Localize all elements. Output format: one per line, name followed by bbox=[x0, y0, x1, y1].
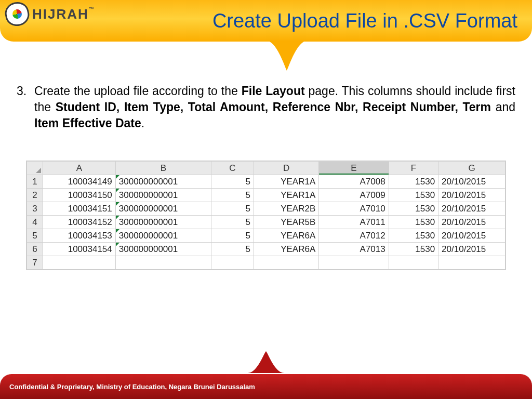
spreadsheet: A B C D E F G 11000341493000000000015YEA… bbox=[26, 161, 506, 270]
table-row: 7 bbox=[27, 256, 506, 270]
logo-text: HIJRAH™ bbox=[32, 6, 95, 22]
cell-A[interactable]: 100034154 bbox=[43, 243, 116, 256]
row-header[interactable]: 2 bbox=[27, 189, 43, 202]
cell-B[interactable]: 300000000001 bbox=[115, 175, 211, 189]
cell-C[interactable]: 5 bbox=[211, 189, 254, 202]
cell-D[interactable]: YEAR2B bbox=[254, 202, 318, 216]
col-header-F[interactable]: F bbox=[389, 162, 438, 175]
cell-B[interactable] bbox=[115, 256, 211, 270]
cell-E[interactable]: A7010 bbox=[319, 202, 389, 216]
cell-A[interactable]: 100034151 bbox=[43, 202, 116, 216]
top-banner: HIJRAH™ Create Upload File in .CSV Forma… bbox=[0, 0, 532, 42]
cell-F[interactable]: 1530 bbox=[389, 202, 438, 216]
cell-C[interactable]: 5 bbox=[211, 243, 254, 256]
col-header-D[interactable]: D bbox=[254, 162, 318, 175]
col-header-E[interactable]: E bbox=[319, 162, 389, 175]
footer-text: Confidential & Proprietary, Ministry of … bbox=[9, 383, 255, 391]
table-row: 31000341513000000000015YEAR2BA7010153020… bbox=[27, 202, 506, 216]
cell-C[interactable] bbox=[211, 256, 254, 270]
select-all-corner[interactable] bbox=[27, 162, 43, 175]
cell-F[interactable]: 1530 bbox=[389, 229, 438, 243]
cell-G[interactable] bbox=[438, 256, 506, 270]
cell-G[interactable]: 20/10/2015 bbox=[438, 175, 506, 189]
cell-A[interactable]: 100034153 bbox=[43, 229, 116, 243]
cell-D[interactable]: YEAR6A bbox=[254, 243, 318, 256]
logo-tm: ™ bbox=[89, 6, 95, 12]
cell-E[interactable]: A7011 bbox=[319, 216, 389, 229]
content-area: 3. Create the upload file according to t… bbox=[0, 42, 532, 270]
step-text: Create the upload file according to the … bbox=[34, 83, 515, 131]
footer-bar: Confidential & Proprietary, Ministry of … bbox=[0, 374, 532, 399]
table-row: 41000341523000000000015YEAR5BA7011153020… bbox=[27, 216, 506, 229]
cell-F[interactable]: 1530 bbox=[389, 216, 438, 229]
row-header[interactable]: 5 bbox=[27, 229, 43, 243]
col-header-A[interactable]: A bbox=[43, 162, 116, 175]
cell-G[interactable]: 20/10/2015 bbox=[438, 216, 506, 229]
cell-C[interactable]: 5 bbox=[211, 229, 254, 243]
footer-pointer-icon bbox=[248, 351, 284, 375]
cell-D[interactable] bbox=[254, 256, 318, 270]
cell-G[interactable]: 20/10/2015 bbox=[438, 243, 506, 256]
cell-G[interactable]: 20/10/2015 bbox=[438, 189, 506, 202]
cell-A[interactable] bbox=[43, 256, 116, 270]
cell-B[interactable]: 300000000001 bbox=[115, 229, 211, 243]
cell-A[interactable]: 100034149 bbox=[43, 175, 116, 189]
cell-E[interactable]: A7008 bbox=[319, 175, 389, 189]
cell-G[interactable]: 20/10/2015 bbox=[438, 202, 506, 216]
cell-B[interactable]: 300000000001 bbox=[115, 216, 211, 229]
table-row: 21000341503000000000015YEAR1AA7009153020… bbox=[27, 189, 506, 202]
cell-G[interactable]: 20/10/2015 bbox=[438, 229, 506, 243]
cell-D[interactable]: YEAR1A bbox=[254, 175, 318, 189]
col-header-B[interactable]: B bbox=[115, 162, 211, 175]
cell-F[interactable]: 1530 bbox=[389, 175, 438, 189]
cell-C[interactable]: 5 bbox=[211, 175, 254, 189]
col-header-G[interactable]: G bbox=[438, 162, 506, 175]
cell-F[interactable] bbox=[389, 256, 438, 270]
step-number: 3. bbox=[17, 83, 34, 131]
cell-C[interactable]: 5 bbox=[211, 202, 254, 216]
hijrah-globe-icon bbox=[3, 0, 32, 28]
logo: HIJRAH™ bbox=[5, 2, 95, 26]
row-header[interactable]: 4 bbox=[27, 216, 43, 229]
cell-E[interactable] bbox=[319, 256, 389, 270]
spreadsheet-table: A B C D E F G 11000341493000000000015YEA… bbox=[26, 161, 506, 270]
cell-E[interactable]: A7009 bbox=[319, 189, 389, 202]
table-row: 61000341543000000000015YEAR6AA7013153020… bbox=[27, 243, 506, 256]
table-row: 51000341533000000000015YEAR6AA7012153020… bbox=[27, 229, 506, 243]
cell-C[interactable]: 5 bbox=[211, 216, 254, 229]
cell-E[interactable]: A7012 bbox=[319, 229, 389, 243]
row-header[interactable]: 7 bbox=[27, 256, 43, 270]
row-header[interactable]: 1 bbox=[27, 175, 43, 189]
column-header-row: A B C D E F G bbox=[27, 162, 506, 175]
cell-B[interactable]: 300000000001 bbox=[115, 189, 211, 202]
cell-D[interactable]: YEAR5B bbox=[254, 216, 318, 229]
logo-label: HIJRAH bbox=[32, 6, 89, 22]
cell-A[interactable]: 100034152 bbox=[43, 216, 116, 229]
row-header[interactable]: 6 bbox=[27, 243, 43, 256]
cell-D[interactable]: YEAR6A bbox=[254, 229, 318, 243]
cell-F[interactable]: 1530 bbox=[389, 189, 438, 202]
cell-D[interactable]: YEAR1A bbox=[254, 189, 318, 202]
col-header-C[interactable]: C bbox=[211, 162, 254, 175]
cell-B[interactable]: 300000000001 bbox=[115, 202, 211, 216]
cell-B[interactable]: 300000000001 bbox=[115, 243, 211, 256]
table-row: 11000341493000000000015YEAR1AA7008153020… bbox=[27, 175, 506, 189]
row-header[interactable]: 3 bbox=[27, 202, 43, 216]
cell-E[interactable]: A7013 bbox=[319, 243, 389, 256]
cell-F[interactable]: 1530 bbox=[389, 243, 438, 256]
cell-A[interactable]: 100034150 bbox=[43, 189, 116, 202]
instruction-step-3: 3. Create the upload file according to t… bbox=[17, 83, 515, 131]
